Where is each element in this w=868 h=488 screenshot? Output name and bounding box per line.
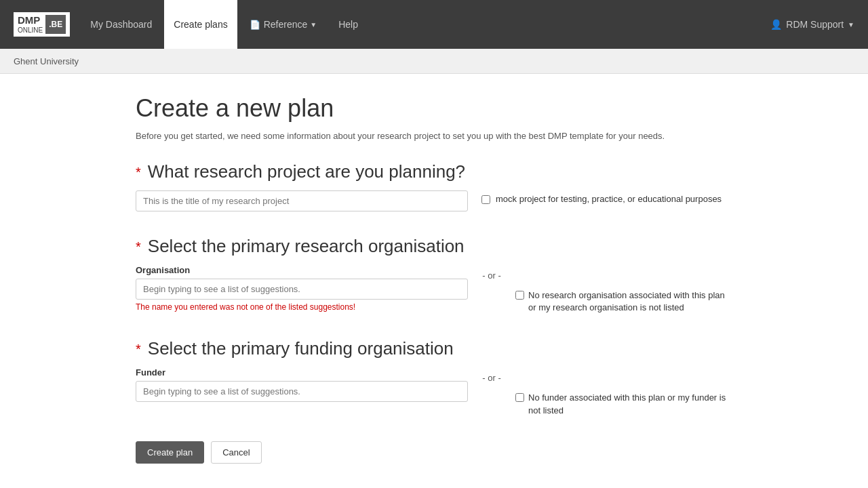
no-org-wrap: No research organisation associated with… xyxy=(515,265,732,314)
breadcrumb: Ghent University xyxy=(14,56,79,66)
org-input[interactable] xyxy=(136,279,468,300)
funder-input[interactable] xyxy=(136,381,468,402)
breadcrumb-bar: Ghent University xyxy=(0,49,868,74)
nav-reference[interactable]: 📄 Reference ▼ xyxy=(240,0,327,49)
funding-org-section: * Select the primary funding organisatio… xyxy=(136,338,732,416)
section-title-org: Select the primary research organisation xyxy=(148,236,465,257)
org-error-message: The name you entered was not one of the … xyxy=(136,302,468,312)
research-project-section: * What research project are you planning… xyxy=(136,161,732,211)
user-menu[interactable]: 👤 RDM Support ▼ xyxy=(770,19,854,30)
funder-field-label: Funder xyxy=(136,367,468,378)
org-or-row: Organisation The name you entered was no… xyxy=(136,265,732,314)
cancel-button[interactable]: Cancel xyxy=(211,441,261,464)
org-input-wrap: Organisation The name you entered was no… xyxy=(136,265,468,312)
logo[interactable]: DMP ONLINE .BE xyxy=(14,12,70,37)
navbar-right: 👤 RDM Support ▼ xyxy=(770,19,854,30)
user-menu-caret-icon: ▼ xyxy=(848,21,854,28)
no-org-checkbox[interactable] xyxy=(515,291,524,300)
inner-content: Create a new plan Before you get started… xyxy=(108,74,760,484)
logo-be: .BE xyxy=(45,15,66,34)
page-subtitle: Before you get started, we need some inf… xyxy=(136,131,732,141)
funder-input-wrap: Funder xyxy=(136,367,468,402)
org-or-label: - or - xyxy=(475,265,509,281)
required-star-funder: * xyxy=(136,342,141,356)
main-wrapper: Create a new plan Before you get started… xyxy=(0,74,868,488)
project-title-input[interactable] xyxy=(136,190,468,211)
required-star-org: * xyxy=(136,240,141,253)
mock-project-label: mock project for testing, practice, or e… xyxy=(496,193,722,205)
logo-dmp: DMP xyxy=(18,15,43,26)
org-field-label: Organisation xyxy=(136,265,468,275)
no-funder-label: No funder associated with this plan or m… xyxy=(528,373,732,416)
section-title-project: What research project are you planning? xyxy=(148,161,465,182)
navbar-left: DMP ONLINE .BE My Dashboard Create plans… xyxy=(14,0,368,49)
no-org-label: No research organisation associated with… xyxy=(528,270,732,314)
section-heading-funder: * Select the primary funding organisatio… xyxy=(136,338,732,359)
required-star-project: * xyxy=(136,165,141,179)
mock-checkbox-wrap: mock project for testing, practice, or e… xyxy=(481,190,732,205)
user-label: RDM Support xyxy=(786,19,844,30)
book-icon: 📄 xyxy=(250,20,260,30)
section-heading-project: * What research project are you planning… xyxy=(136,161,732,182)
project-field-row: mock project for testing, practice, or e… xyxy=(136,190,732,211)
user-icon: 👤 xyxy=(770,19,782,30)
mock-project-checkbox[interactable] xyxy=(481,195,490,204)
create-plan-button[interactable]: Create plan xyxy=(136,441,204,464)
project-input-col xyxy=(136,190,468,211)
section-title-funder: Select the primary funding organisation xyxy=(148,338,454,359)
research-org-section: * Select the primary research organisati… xyxy=(136,236,732,314)
dropdown-caret-icon: ▼ xyxy=(310,21,317,28)
nav-create-plans[interactable]: Create plans xyxy=(164,0,237,49)
nav-my-dashboard[interactable]: My Dashboard xyxy=(81,0,161,49)
navbar: DMP ONLINE .BE My Dashboard Create plans… xyxy=(0,0,868,49)
button-row: Create plan Cancel xyxy=(136,441,732,464)
nav-help[interactable]: Help xyxy=(329,0,368,49)
page-title: Create a new plan xyxy=(136,94,732,123)
no-funder-wrap: No funder associated with this plan or m… xyxy=(515,367,732,416)
section-heading-org: * Select the primary research organisati… xyxy=(136,236,732,257)
no-funder-checkbox[interactable] xyxy=(515,393,524,402)
funder-or-label: - or - xyxy=(475,367,509,383)
logo-online: ONLINE xyxy=(18,26,43,34)
funder-or-row: Funder - or - No funder associated with … xyxy=(136,367,732,416)
